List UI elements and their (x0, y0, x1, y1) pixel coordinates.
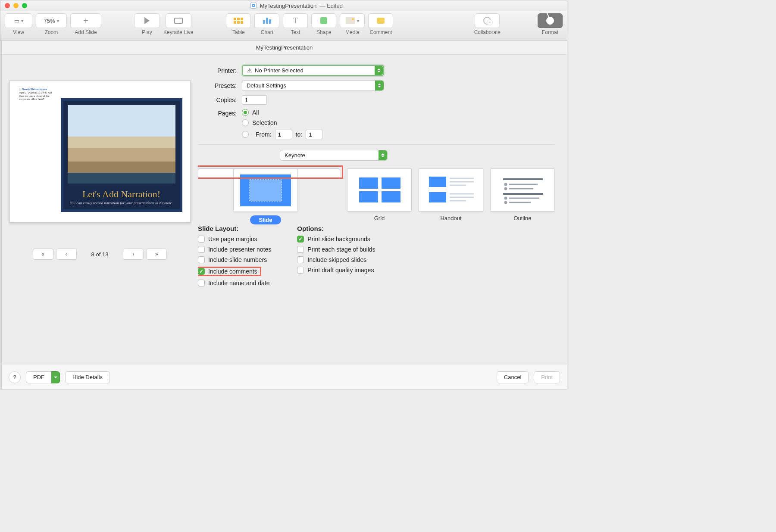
help-button[interactable]: ? (9, 371, 21, 383)
media-button[interactable]: ▾ (340, 13, 365, 28)
view-label: View (13, 29, 24, 35)
add-slide-label: Add Slide (75, 29, 97, 35)
chk-print-backgrounds[interactable] (297, 236, 304, 243)
cancel-button[interactable]: Cancel (497, 371, 529, 383)
layout-tile-grid[interactable]: Grid (347, 168, 412, 221)
svg-rect-17 (429, 177, 446, 187)
chevron-down-icon (51, 371, 60, 383)
table-button[interactable] (226, 13, 251, 28)
chk-include-skipped[interactable] (297, 256, 304, 263)
preview-comment: 1. Sandy Writtenhouse April 7, 2019 at 1… (19, 88, 56, 101)
collaborate-button[interactable] (475, 13, 500, 28)
hide-details-button[interactable]: Hide Details (65, 371, 110, 383)
svg-point-26 (505, 184, 507, 185)
comment-label: Comment (369, 29, 392, 35)
prev-page-button[interactable]: ‹ (56, 249, 77, 260)
chk-include-comments[interactable] (198, 268, 205, 275)
collaborate-label: Collaborate (474, 29, 501, 35)
document-status: Edited (327, 3, 343, 9)
table-icon (234, 18, 243, 24)
layout-tile-handout[interactable]: Handout (419, 168, 483, 221)
document-icon (250, 3, 257, 9)
shape-label: Shape (316, 29, 332, 35)
media-icon (346, 17, 355, 24)
pages-all-radio[interactable] (242, 109, 249, 116)
shape-button[interactable] (311, 13, 336, 28)
sheet-title: MyTestingPresentation (2, 41, 567, 55)
app-options-select[interactable]: Keynote (280, 150, 388, 161)
printer-label: Printer: (198, 67, 237, 74)
next-page-button[interactable]: › (123, 249, 144, 260)
add-slide-button[interactable]: + (70, 13, 101, 28)
close-window-icon[interactable] (5, 3, 10, 8)
print-preview: 1. Sandy Writtenhouse April 7, 2019 at 1… (9, 81, 191, 223)
svg-rect-16 (382, 191, 401, 202)
zoom-button[interactable]: 75%▾ (36, 13, 67, 28)
svg-rect-18 (429, 192, 446, 202)
presets-select[interactable]: Default Settings (242, 80, 384, 91)
svg-point-28 (505, 188, 507, 190)
play-label: Play (142, 29, 152, 35)
window-title: MyTestingPresentation — Edited (31, 3, 563, 9)
zoom-label: Zoom (45, 29, 58, 35)
options-column: Options: Print slide backgrounds Print e… (297, 225, 375, 290)
window-titlebar: MyTestingPresentation — Edited (0, 0, 567, 11)
print-sheet: MyTestingPresentation 1. Sandy Writtenho… (2, 41, 567, 389)
page-indicator: 8 of 13 (91, 251, 109, 258)
layout-tile-outline[interactable]: Outline (490, 168, 555, 221)
layout-tile-slide[interactable]: Slide (198, 168, 340, 179)
preview-slide: Let's Add Narration! You can easily reco… (61, 98, 182, 212)
svg-rect-14 (382, 177, 401, 189)
shape-icon (320, 17, 327, 24)
pages-range-radio[interactable] (242, 131, 249, 138)
keynote-live-button[interactable] (166, 13, 191, 28)
warning-icon: ⚠︎ (247, 67, 252, 74)
copies-input[interactable] (242, 95, 267, 105)
document-filename: MyTestingPresentation (260, 3, 317, 9)
pages-selection-radio[interactable] (242, 119, 249, 126)
chk-print-builds[interactable] (297, 246, 304, 253)
presets-label: Presets: (198, 82, 237, 89)
format-button[interactable] (538, 13, 563, 28)
options-heading: Options: (297, 225, 375, 232)
chk-draft-quality[interactable] (297, 267, 304, 274)
chk-presenter-notes[interactable] (198, 246, 205, 253)
comment-button[interactable] (368, 13, 393, 28)
svg-rect-13 (359, 177, 378, 189)
format-brush-icon (545, 16, 555, 26)
zoom-window-icon[interactable] (22, 3, 27, 8)
chk-use-margins[interactable] (198, 236, 205, 243)
svg-point-31 (505, 197, 507, 199)
layout-tiles: Slide Grid Handout Outline (198, 168, 555, 221)
chk-name-date[interactable] (198, 280, 205, 286)
chart-label: Chart (261, 29, 273, 35)
media-label: Media (345, 29, 360, 35)
table-label: Table (232, 29, 245, 35)
main-toolbar: ▭▾ View 75%▾ Zoom + Add Slide Play Keyno… (0, 11, 567, 41)
preview-pager: « ‹ 8 of 13 › » (33, 249, 167, 260)
keynote-live-icon (174, 18, 183, 24)
copies-label: Copies: (198, 96, 237, 103)
chk-slide-numbers[interactable] (198, 256, 205, 263)
pages-label: Pages: (198, 109, 237, 117)
first-page-button[interactable]: « (33, 249, 53, 260)
printer-select[interactable]: ⚠︎ No Printer Selected (242, 65, 384, 76)
view-button[interactable]: ▭▾ (5, 13, 32, 28)
slide-layout-column: Slide Layout: Use page margins Include p… (198, 225, 271, 290)
pages-to-input[interactable] (306, 130, 323, 139)
text-icon: T (293, 16, 298, 25)
sheet-bottom-bar: ? PDF Hide Details Cancel Print (2, 365, 567, 389)
format-label: Format (542, 29, 558, 35)
pages-from-input[interactable] (275, 130, 292, 139)
play-icon (144, 17, 150, 24)
print-button[interactable]: Print (534, 371, 560, 383)
minimize-window-icon[interactable] (13, 3, 19, 8)
svg-rect-12 (250, 180, 282, 201)
chart-button[interactable] (254, 13, 279, 28)
last-page-button[interactable]: » (146, 249, 167, 260)
text-button[interactable]: T (283, 13, 308, 28)
pdf-menu-button[interactable]: PDF (26, 371, 60, 383)
comment-icon (377, 18, 385, 24)
svg-point-33 (505, 202, 507, 203)
play-button[interactable] (134, 13, 160, 28)
